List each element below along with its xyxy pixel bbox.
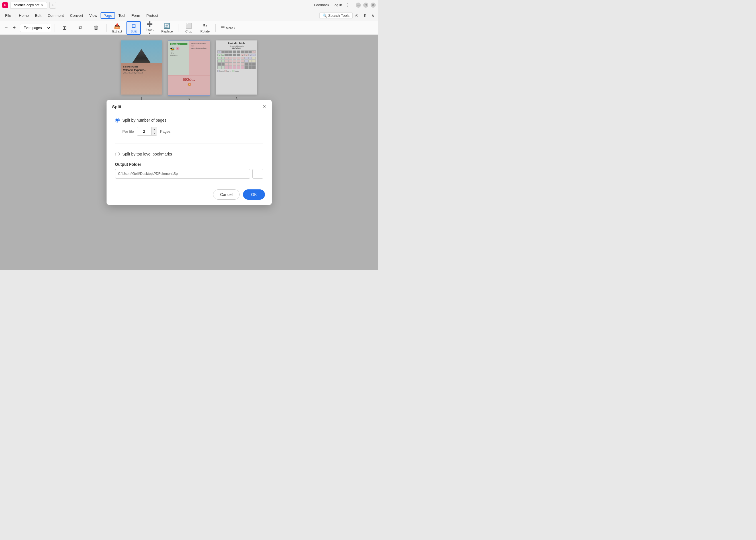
crop-icon: ⬜ — [186, 23, 192, 29]
dialog-close-button[interactable]: × — [263, 104, 266, 109]
menu-protect[interactable]: Protect — [144, 12, 161, 19]
menu-comment[interactable]: Comment — [45, 12, 67, 19]
menu-home[interactable]: Home — [16, 12, 32, 19]
replace-button[interactable]: 🔄 Replace — [158, 22, 176, 34]
split-by-pages-label: Split by number of pages — [122, 118, 167, 122]
search-icon: 🔍 — [322, 13, 327, 18]
option-divider — [115, 144, 263, 144]
rotate-button[interactable]: ↻ Rotate — [198, 22, 213, 34]
title-bar-right: Feedback Log In ⋮ — □ ✕ — [314, 2, 376, 8]
window-controls: — □ ✕ — [356, 3, 376, 8]
dialog-header: Split × — [106, 100, 272, 112]
dialog-overlay: Split × Split by number of pages Per fil… — [0, 35, 378, 270]
title-bar: F science-copy.pdf × + Feedback Log In ⋮… — [0, 0, 378, 10]
split-by-bookmarks-radio[interactable] — [115, 152, 120, 156]
zoom-in-button[interactable]: + — [10, 24, 18, 32]
spinner-buttons: ▲ ▼ — [151, 127, 157, 135]
per-file-row: Per file ▲ ▼ Pages — [122, 127, 263, 136]
insert-dropdown-icon: ▾ — [149, 32, 150, 35]
insert-icon: ➕ — [146, 21, 153, 27]
tab[interactable]: science-copy.pdf × — [10, 2, 47, 9]
split-label: Split — [131, 30, 137, 33]
folder-browse-button[interactable]: ··· — [252, 169, 263, 179]
duplicate-icon: ⧉ — [78, 25, 82, 31]
rotate-icon: ↻ — [203, 23, 207, 29]
external-link-icon[interactable]: ⎋ — [354, 13, 360, 19]
maximize-button[interactable]: □ — [363, 3, 368, 8]
cloud-upload-icon[interactable]: ⬆ — [362, 12, 368, 19]
crop-button[interactable]: ⬜ Crop — [182, 22, 196, 34]
delete-icon: 🗑 — [94, 25, 99, 31]
ok-button[interactable]: OK — [243, 190, 265, 200]
more-button[interactable]: ☰ More › — [219, 24, 237, 32]
toolbar-separator-3 — [179, 24, 179, 32]
zoom-controls: − + — [2, 24, 18, 32]
organize-icon-button[interactable]: ⊞ — [57, 24, 72, 32]
extract-button[interactable]: 📤 Extract — [109, 22, 125, 34]
pages-label: Pages — [160, 129, 171, 134]
minimize-button[interactable]: — — [356, 3, 361, 8]
zoom-out-button[interactable]: − — [2, 24, 10, 32]
split-by-bookmarks-label: Split by top level bookmarks — [122, 152, 172, 156]
pages-per-file-input[interactable] — [137, 127, 151, 135]
toolbar-separator-1 — [54, 24, 55, 32]
insert-button[interactable]: ➕ Insert ▾ — [142, 20, 157, 36]
split-options-group: Split by number of pages Per file ▲ ▼ Pa… — [115, 118, 263, 156]
folder-path-input[interactable] — [115, 169, 250, 179]
split-by-pages-radio[interactable] — [115, 118, 120, 122]
dialog-body: Split by number of pages Per file ▲ ▼ Pa… — [106, 112, 272, 186]
page-select-dropdown[interactable]: Even pages All pages Odd pages — [20, 24, 51, 32]
toolbar-separator-4 — [215, 24, 216, 32]
menu-view[interactable]: View — [86, 12, 100, 19]
feedback-button[interactable]: Feedback — [314, 3, 329, 7]
per-file-label: Per file — [122, 129, 134, 134]
duplicate-icon-button[interactable]: ⧉ — [73, 24, 87, 32]
tab-title: science-copy.pdf — [14, 3, 39, 7]
output-folder-heading: Output Folder — [115, 162, 263, 167]
search-tools-label: Search Tools — [328, 13, 350, 18]
more-options-icon[interactable]: ⋮ — [346, 2, 350, 8]
dialog-title: Split — [112, 104, 122, 109]
close-window-button[interactable]: ✕ — [371, 3, 376, 8]
menu-bar: File | Home Edit Comment Convert View Pa… — [0, 10, 378, 21]
menu-page[interactable]: Page — [100, 12, 115, 19]
login-button[interactable]: Log In — [333, 3, 342, 7]
toolbar: − + Even pages All pages Odd pages ⊞ ⧉ 🗑… — [0, 21, 378, 35]
cancel-button[interactable]: Cancel — [213, 190, 240, 200]
replace-label: Replace — [161, 30, 173, 33]
menu-divider-1: | — [15, 13, 15, 18]
rotate-label: Rotate — [201, 30, 210, 33]
collapse-icon[interactable]: ⊼ — [370, 12, 376, 19]
dialog-footer: Cancel OK — [106, 186, 272, 205]
split-button[interactable]: ⊟ Split — [126, 21, 141, 35]
app-icon: F — [2, 2, 8, 8]
title-bar-left: F science-copy.pdf × + — [2, 2, 314, 9]
crop-label: Crop — [186, 30, 192, 33]
menu-form[interactable]: Form — [129, 12, 143, 19]
extract-label: Extract — [112, 30, 122, 33]
split-by-bookmarks-option[interactable]: Split by top level bookmarks — [115, 152, 263, 156]
delete-icon-button[interactable]: 🗑 — [89, 24, 103, 32]
more-arrow-icon: › — [234, 26, 235, 30]
spin-up-button[interactable]: ▲ — [151, 127, 157, 131]
organize-icon: ⊞ — [63, 25, 67, 31]
menu-edit[interactable]: Edit — [32, 12, 44, 19]
split-icon: ⊟ — [132, 23, 136, 29]
insert-label: Insert — [146, 28, 154, 31]
menu-bar-right: ⎋ ⬆ ⊼ — [354, 12, 376, 19]
menu-file[interactable]: File — [2, 12, 14, 19]
folder-input-row: ··· — [115, 169, 263, 179]
main-content: Science Class Volcanic Experim... Willow… — [0, 35, 378, 270]
spin-down-button[interactable]: ▼ — [151, 131, 157, 135]
split-dialog: Split × Split by number of pages Per fil… — [106, 100, 272, 205]
more-label: More — [226, 26, 233, 30]
toolbar-separator-2 — [106, 24, 106, 32]
new-tab-button[interactable]: + — [49, 2, 56, 9]
search-tools-button[interactable]: 🔍 Search Tools — [319, 12, 353, 19]
split-by-pages-option[interactable]: Split by number of pages — [115, 118, 263, 122]
replace-icon: 🔄 — [164, 23, 170, 29]
tab-close-button[interactable]: × — [41, 3, 43, 7]
menu-convert[interactable]: Convert — [67, 12, 86, 19]
menu-tool[interactable]: Tool — [116, 12, 128, 19]
output-folder-section: Output Folder ··· — [115, 162, 263, 179]
